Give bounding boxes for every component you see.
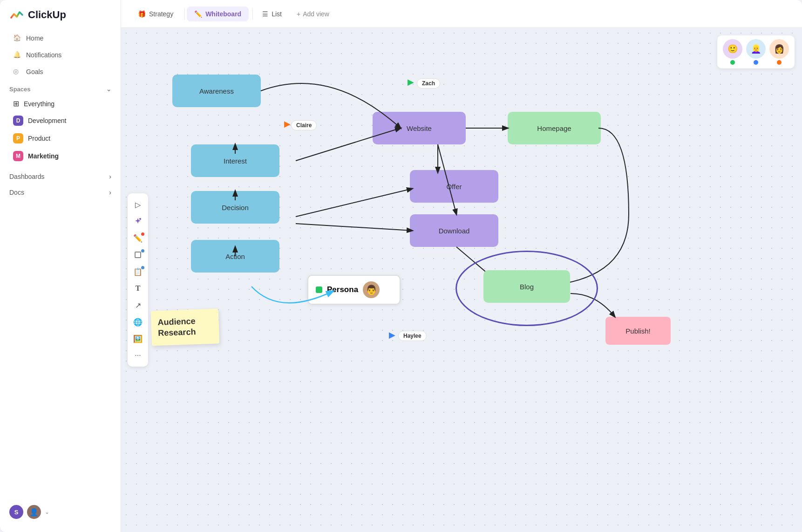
zach-status-dot xyxy=(730,60,735,65)
goals-icon: ◎ xyxy=(13,68,21,76)
nav-goals-label: Goals xyxy=(26,68,43,75)
add-view-button[interactable]: + Add view xyxy=(291,7,335,21)
select-tool[interactable]: ▷ xyxy=(130,197,145,212)
nav-notifications-label: Notifications xyxy=(26,51,61,59)
dashboards-arrow-icon: › xyxy=(109,173,111,180)
plus-icon: + xyxy=(297,10,300,18)
persona-label: Persona xyxy=(327,285,358,294)
cursor-claire: ▶ xyxy=(284,119,291,129)
user-menu-chevron[interactable]: ⌄ xyxy=(45,509,49,515)
whiteboard-canvas[interactable]: ▷ ✏️ 📋 T ↗ 🌐 🖼️ ··· xyxy=(121,28,802,532)
docs-arrow-icon: › xyxy=(109,189,111,196)
tab-divider2 xyxy=(252,8,253,20)
cursor-zach: ▶ xyxy=(408,77,414,87)
claire-status-dot xyxy=(754,60,758,65)
shape-tool[interactable] xyxy=(130,247,145,262)
everything-icon: ⊞ xyxy=(13,99,19,108)
svg-point-0 xyxy=(139,218,141,220)
tab-list-label: List xyxy=(272,10,282,18)
pen-tool[interactable]: ✏️ xyxy=(130,231,145,246)
node-action[interactable]: Action xyxy=(191,240,279,273)
node-awareness[interactable]: Awareness xyxy=(172,75,261,107)
avatar-haylee: 👩 xyxy=(769,39,789,65)
sidebar-item-dashboards[interactable]: Dashboards › xyxy=(4,169,117,184)
user-avatar-photo[interactable]: 👤 xyxy=(27,505,41,519)
tab-whiteboard[interactable]: ✏️ Whiteboard xyxy=(187,7,249,21)
sidebar-item-development[interactable]: D Development xyxy=(4,112,117,130)
persona-status-dot xyxy=(316,286,322,293)
claire-avatar: 👱‍♀️ xyxy=(746,39,766,59)
spaces-header: Spaces ⌄ xyxy=(0,80,121,95)
note-tool[interactable]: 📋 xyxy=(130,264,145,279)
text-tool[interactable]: T xyxy=(130,281,145,296)
arrow-tool[interactable]: ↗ xyxy=(130,298,145,313)
more-tool[interactable]: ··· xyxy=(130,348,145,363)
cursor-label-claire: Claire xyxy=(291,120,317,130)
cursor-haylee: ▶ xyxy=(389,330,395,340)
docs-label: Docs xyxy=(9,189,24,196)
everything-label: Everything xyxy=(24,100,54,108)
node-blog[interactable]: Blog xyxy=(483,270,570,303)
bell-icon: 🔔 xyxy=(13,51,21,59)
nav-home-label: Home xyxy=(26,34,43,42)
whiteboard-icon: ✏️ xyxy=(194,10,202,18)
sidebar: ClickUp 🏠 Home 🔔 Notifications ◎ Goals S… xyxy=(0,0,121,532)
product-dot: P xyxy=(13,133,23,143)
sidebar-item-everything[interactable]: ⊞ Everything xyxy=(4,95,117,112)
sidebar-item-product[interactable]: P Product xyxy=(4,130,117,147)
sidebar-bottom: S 👤 ⌄ xyxy=(0,499,121,525)
avatars-bar: 🙂 👱‍♀️ 👩 xyxy=(717,35,795,68)
image-tool[interactable]: 🖼️ xyxy=(130,331,145,346)
home-icon: 🏠 xyxy=(13,34,21,42)
node-website[interactable]: Website xyxy=(373,112,466,144)
marketing-label: Marketing xyxy=(28,152,59,160)
node-interest[interactable]: Interest xyxy=(191,144,279,177)
nav-goals[interactable]: ◎ Goals xyxy=(4,63,117,80)
node-offer[interactable]: Offer xyxy=(410,170,498,203)
dashboards-label: Dashboards xyxy=(9,173,45,180)
user-avatar-s[interactable]: S xyxy=(9,505,23,519)
tab-strategy[interactable]: 🎁 Strategy xyxy=(130,7,181,21)
node-publish[interactable]: Publish! xyxy=(605,317,671,345)
main-content: 🎁 Strategy ✏️ Whiteboard ☰ List + Add vi… xyxy=(121,0,802,532)
cursor-label-zach: Zach xyxy=(417,78,440,89)
magic-tool[interactable] xyxy=(130,214,145,229)
shape-blue-dot xyxy=(141,249,144,252)
avatar-claire: 👱‍♀️ xyxy=(746,39,766,65)
strategy-icon: 🎁 xyxy=(138,10,146,18)
node-decision[interactable]: Decision xyxy=(191,191,279,224)
cursor-label-haylee: Haylee xyxy=(398,331,427,341)
zach-avatar: 🙂 xyxy=(723,39,742,59)
logo-area: ClickUp xyxy=(0,7,121,30)
marketing-dot: M xyxy=(13,151,23,161)
node-download[interactable]: Download xyxy=(410,214,498,247)
avatar-zach: 🙂 xyxy=(723,39,742,65)
list-icon: ☰ xyxy=(262,10,268,18)
clickup-logo-icon xyxy=(9,7,24,22)
sidebar-item-marketing[interactable]: M Marketing xyxy=(4,147,117,165)
development-label: Development xyxy=(28,117,67,124)
tab-strategy-label: Strategy xyxy=(149,10,173,18)
toolbar-left: ▷ ✏️ 📋 T ↗ 🌐 🖼️ ··· xyxy=(128,193,148,367)
sticky-note-text: Audience Research xyxy=(157,316,196,338)
node-homepage[interactable]: Homepage xyxy=(508,112,601,144)
haylee-status-dot xyxy=(777,60,782,65)
sticky-note-audience[interactable]: Audience Research xyxy=(151,308,220,346)
main-nav: 🏠 Home 🔔 Notifications ◎ Goals xyxy=(0,30,121,80)
nav-home[interactable]: 🏠 Home xyxy=(4,30,117,47)
pen-red-dot xyxy=(141,232,144,236)
note-blue-dot xyxy=(141,266,144,269)
tab-divider xyxy=(184,8,185,20)
tab-whiteboard-label: Whiteboard xyxy=(205,10,241,18)
sidebar-item-docs[interactable]: Docs › xyxy=(4,184,117,200)
nav-notifications[interactable]: 🔔 Notifications xyxy=(4,47,117,63)
globe-tool[interactable]: 🌐 xyxy=(130,314,145,329)
persona-avatar: 👨 xyxy=(363,281,380,298)
persona-card[interactable]: Persona 👨 xyxy=(307,275,401,305)
haylee-avatar: 👩 xyxy=(769,39,789,59)
spaces-chevron-icon[interactable]: ⌄ xyxy=(106,86,111,93)
add-view-label: Add view xyxy=(303,10,329,18)
tab-list[interactable]: ☰ List xyxy=(255,7,289,21)
development-dot: D xyxy=(13,116,23,126)
sidebar-extra-sections: Dashboards › Docs › xyxy=(0,165,121,204)
